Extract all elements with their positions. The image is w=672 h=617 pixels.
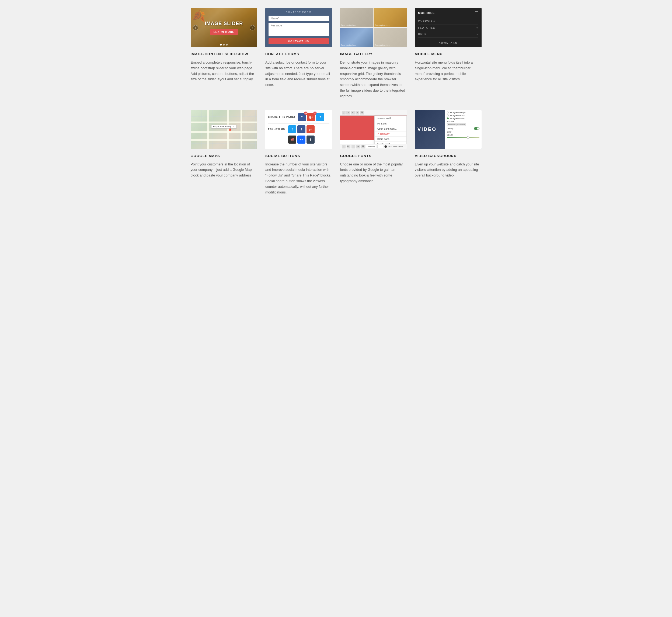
video-opacity-handle[interactable]: [467, 136, 469, 139]
card-title-contact-forms: CONTACT FORMS: [265, 52, 332, 56]
video-label-color: Color: [447, 131, 451, 133]
gallery-cell-3[interactable]: Type caption here: [340, 28, 373, 47]
googleplus-share-button[interactable]: g+ 47: [307, 113, 315, 121]
card-image-slider: 🍂 ‹ IMAGE SLIDER LEARN MORE › IMAGE/CONT…: [191, 8, 257, 99]
card-desc-image-gallery: Demonstrate your images in masonry mobil…: [340, 60, 407, 99]
fonts-list-icon[interactable]: ☰: [356, 145, 360, 149]
slider-next-button[interactable]: ›: [250, 25, 255, 30]
mobile-menu-item-help[interactable]: HELP ▾: [418, 31, 478, 38]
twitter-share-button[interactable]: t: [316, 113, 324, 121]
align-right-icon[interactable]: ≡: [356, 111, 359, 115]
mobile-menu-item-label-overview: OVERVIEW: [418, 20, 436, 23]
slider-learn-more-button[interactable]: LEARN MORE: [210, 29, 238, 35]
align-center-icon[interactable]: ≡: [351, 111, 355, 115]
align-left-icon[interactable]: ≡: [347, 111, 350, 115]
contact-form-title: CONTACT FORM: [268, 11, 329, 13]
social-preview: SHARE THIS PAGE! f 192 g+ 47 t: [265, 110, 332, 149]
gallery-caption-4: Type caption here: [375, 44, 390, 46]
card-title-google-maps: GOOGLE MAPS: [191, 154, 257, 158]
social-share-label: SHARE THIS PAGE!: [268, 116, 295, 119]
card-title-social-buttons: SOCIAL BUTTONS: [265, 154, 332, 158]
map-background: [191, 110, 257, 149]
twitter-icon: t: [320, 115, 321, 119]
contact-message-input[interactable]: [268, 23, 329, 36]
card-mobile-menu: MOBIRISE ☰ OVERVIEW FEATURES ▾ HELP ▾ DO…: [415, 8, 482, 99]
video-url-input[interactable]: [447, 124, 466, 126]
card-social-buttons: SHARE THIS PAGE! f 192 g+ 47 t: [265, 110, 332, 195]
mobile-menu-item-label-help: HELP: [418, 33, 427, 36]
card-title-google-fonts: GOOGLE FONTS: [340, 154, 407, 158]
mobile-menu-item-overview[interactable]: OVERVIEW: [418, 18, 478, 25]
card-contact-forms: CONTACT FORM CONTACT US CONTACT FORMS Ad…: [265, 8, 332, 99]
card-title-mobile-menu: MOBILE MENU: [415, 52, 482, 56]
hamburger-icon[interactable]: ☰: [475, 11, 478, 15]
fonts-selected-font-display[interactable]: Raleway: [366, 145, 377, 148]
twitter-follow-icon: t: [292, 127, 293, 131]
map-pin-icon: 📍: [227, 128, 233, 133]
mobile-menu-item-features[interactable]: FEATURES ▾: [418, 25, 478, 31]
fonts-text-icon[interactable]: T: [352, 145, 355, 149]
video-radio-bg-image[interactable]: [447, 112, 449, 114]
card-title-image-gallery: IMAGE GALLERY: [340, 52, 407, 56]
map-road-v3: [240, 110, 242, 149]
crop-icon[interactable]: ⌶: [342, 111, 346, 115]
video-overlay-toggle[interactable]: [474, 127, 479, 130]
video-radio-bg-video[interactable]: [447, 118, 449, 119]
fonts-size-display[interactable]: 17...: [377, 145, 383, 148]
fonts-list-item-source-serif[interactable]: Source Serif...: [375, 116, 406, 121]
fonts-list-item-droid-sans[interactable]: Droid Sans: [375, 137, 406, 142]
card-desc-social-buttons: Increase the number of your site visitor…: [265, 162, 332, 195]
github-follow-button[interactable]: 🐙: [288, 136, 296, 144]
facebook-share-button[interactable]: f 192: [298, 113, 306, 121]
map-label: Empire State Building ✕: [211, 125, 236, 129]
social-extra-buttons: 🐙 Bē t: [288, 136, 329, 144]
twitter-follow-button[interactable]: t: [288, 125, 296, 133]
link-icon[interactable]: ⛓: [360, 111, 364, 115]
facebook-follow-button[interactable]: f: [297, 125, 305, 133]
map-road-h1: [191, 122, 257, 123]
card-desc-image-slider: Embed a completely responsive, touch-swi…: [191, 60, 257, 82]
fonts-img-icon[interactable]: 🖼: [347, 145, 351, 149]
video-radio-bg-color[interactable]: [447, 115, 449, 117]
contact-form-preview: CONTACT FORM CONTACT US: [265, 8, 332, 47]
gallery-cell-2[interactable]: Type caption here: [374, 8, 407, 27]
card-desc-mobile-menu: Horizontal site menu folds itself into a…: [415, 60, 482, 82]
mobile-menu-item-label-features: FEATURES: [418, 26, 436, 29]
card-desc-google-fonts: Choose one or more of the most popular f…: [340, 162, 407, 184]
fonts-crop-icon[interactable]: ⌶: [342, 145, 346, 149]
contact-submit-button[interactable]: CONTACT US: [268, 38, 329, 44]
fonts-list-item-pt-sans[interactable]: PT Sans: [375, 121, 406, 126]
slider-dot-3[interactable]: [226, 44, 228, 45]
slider-heading: IMAGE SLIDER: [205, 21, 243, 26]
video-opacity-slider[interactable]: [447, 137, 479, 138]
fonts-list-item-open-sans[interactable]: Open Sans Con...: [375, 126, 406, 132]
chevron-down-icon-2: ▾: [476, 33, 478, 36]
behance-follow-button[interactable]: Bē: [297, 136, 305, 144]
slider-prev-button[interactable]: ‹: [193, 25, 198, 30]
page-wrapper: 🍂 ‹ IMAGE SLIDER LEARN MORE › IMAGE/CONT…: [185, 0, 487, 214]
video-option-overlay: Overlay: [447, 127, 479, 130]
video-label-overlay: Overlay: [447, 128, 453, 129]
social-share-section: SHARE THIS PAGE! f 192 g+ 47 t: [268, 113, 329, 121]
googleplus-icon: g+: [309, 115, 313, 119]
gallery-preview: Type caption here Type caption here Type…: [340, 8, 407, 47]
video-label-opacity: Opacity: [447, 134, 453, 136]
facebook-follow-icon: f: [301, 127, 302, 131]
chevron-down-icon: ▾: [476, 26, 478, 29]
slider-content: IMAGE SLIDER LEARN MORE: [205, 21, 243, 35]
slider-dot-1[interactable]: [220, 44, 222, 45]
video-label: VIDEO: [415, 127, 439, 132]
googleplus-follow-button[interactable]: g+: [306, 125, 314, 133]
contact-name-input[interactable]: [268, 16, 329, 21]
map-label-close-icon[interactable]: ✕: [233, 126, 235, 128]
fonts-list-item-raleway[interactable]: ✓ Raleway: [375, 132, 406, 137]
fonts-preview: ⌶ ≡ ≡ ≡ ⛓ Source Serif... PT Sans Open S…: [340, 110, 407, 149]
fonts-color-picker[interactable]: [384, 145, 387, 148]
social-follow-section: FOLLOW US t f g+: [268, 125, 329, 133]
fonts-link-icon2[interactable]: ⛓: [361, 145, 365, 149]
gallery-cell-4[interactable]: Type caption here: [374, 28, 407, 47]
gallery-cell-1[interactable]: Type caption here: [340, 8, 373, 27]
mobile-menu-download-button[interactable]: DOWNLOAD: [418, 40, 478, 46]
tumblr-follow-button[interactable]: t: [306, 136, 314, 144]
slider-dot-2[interactable]: [223, 44, 225, 45]
